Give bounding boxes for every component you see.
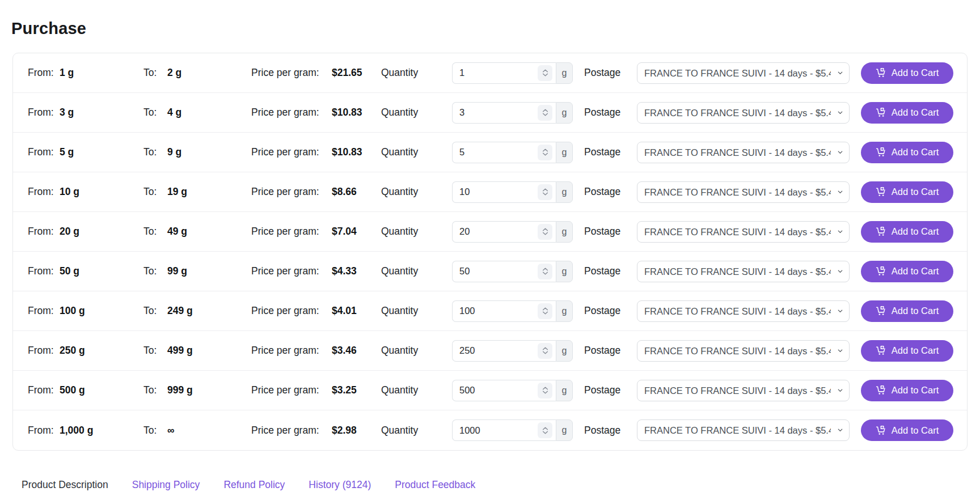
from-value: 1 g (60, 67, 143, 79)
quantity-stepper[interactable] (538, 145, 552, 160)
purchase-table: From: 1 g To: 2 g Price per gram: $21.65… (12, 53, 968, 451)
postage-select[interactable]: FRANCE TO FRANCE SUIVI - 14 days - $5.4 (637, 62, 850, 84)
from-label: From: (28, 425, 60, 436)
quantity-stepper[interactable] (538, 303, 552, 319)
from-label: From: (28, 265, 60, 277)
to-label: To: (143, 305, 167, 317)
postage-select-wrap: FRANCE TO FRANCE SUIVI - 14 days - $5.4 (637, 340, 850, 362)
tab-history-9124[interactable]: History (9124) (309, 479, 371, 491)
price-tier-row: From: 1 g To: 2 g Price per gram: $21.65… (13, 53, 967, 93)
postage-select[interactable]: FRANCE TO FRANCE SUIVI - 14 days - $5.4 (637, 181, 850, 203)
from-value: 500 g (60, 384, 143, 396)
tab-product-feedback[interactable]: Product Feedback (395, 479, 475, 491)
add-to-cart-label: Add to Cart (892, 186, 939, 197)
quantity-input-group: g (452, 261, 573, 282)
add-to-cart-button[interactable]: Add to Cart (861, 142, 953, 163)
quantity-stepper[interactable] (538, 383, 552, 399)
postage-label: Postage (584, 107, 637, 118)
to-label: To: (143, 186, 167, 198)
add-to-cart-button[interactable]: Add to Cart (861, 261, 953, 282)
postage-label: Postage (584, 425, 637, 436)
from-value: 100 g (60, 305, 143, 317)
postage-select[interactable]: FRANCE TO FRANCE SUIVI - 14 days - $5.4 (637, 380, 850, 401)
postage-select[interactable]: FRANCE TO FRANCE SUIVI - 14 days - $5.4 (637, 300, 850, 322)
gram-unit-addon: g (556, 62, 573, 84)
price-per-gram-label: Price per gram: (251, 305, 332, 317)
quantity-label: Quantity (381, 425, 452, 436)
cart-plus-icon (876, 266, 886, 277)
price-tier-row: From: 3 g To: 4 g Price per gram: $10.83… (13, 93, 967, 133)
cart-plus-icon (876, 425, 886, 436)
postage-select[interactable]: FRANCE TO FRANCE SUIVI - 14 days - $5.4 (637, 221, 850, 243)
chevron-down-icon (542, 73, 548, 77)
tab-refund-policy[interactable]: Refund Policy (223, 479, 285, 491)
from-label: From: (28, 107, 60, 118)
price-per-gram-label: Price per gram: (251, 226, 332, 238)
quantity-stepper[interactable] (538, 224, 552, 240)
add-to-cart-label: Add to Cart (892, 226, 939, 237)
postage-label: Postage (584, 226, 637, 238)
detail-tabs: Product Description Shipping Policy Refu… (22, 479, 980, 491)
price-tier-row: From: 500 g To: 999 g Price per gram: $3… (13, 371, 967, 410)
add-to-cart-button[interactable]: Add to Cart (861, 102, 953, 124)
chevron-up-icon (542, 69, 548, 73)
postage-select[interactable]: FRANCE TO FRANCE SUIVI - 14 days - $5.4 (637, 261, 850, 282)
to-value: 19 g (167, 186, 251, 198)
add-to-cart-label: Add to Cart (892, 107, 939, 118)
to-value: 99 g (167, 265, 251, 277)
to-label: To: (143, 146, 167, 158)
quantity-input-group: g (452, 340, 573, 362)
quantity-stepper[interactable] (538, 264, 552, 279)
to-label: To: (143, 425, 167, 436)
to-value: ∞ (167, 425, 251, 436)
add-to-cart-button[interactable]: Add to Cart (861, 419, 953, 441)
quantity-stepper[interactable] (538, 343, 552, 359)
price-per-gram-label: Price per gram: (251, 186, 332, 198)
to-label: To: (143, 67, 167, 79)
chevron-up-icon (542, 268, 548, 271)
price-tier-row: From: 1,000 g To: ∞ Price per gram: $2.9… (13, 410, 967, 450)
gram-unit-addon: g (556, 102, 573, 124)
price-tier-row: From: 100 g To: 249 g Price per gram: $4… (13, 291, 967, 331)
chevron-down-icon (542, 113, 548, 116)
quantity-stepper[interactable] (538, 184, 552, 200)
add-to-cart-label: Add to Cart (892, 306, 939, 316)
to-value: 2 g (167, 67, 251, 79)
add-to-cart-button[interactable]: Add to Cart (861, 221, 953, 243)
add-to-cart-button[interactable]: Add to Cart (861, 181, 953, 203)
chevron-down-icon (542, 431, 548, 434)
postage-select-wrap: FRANCE TO FRANCE SUIVI - 14 days - $5.4 (637, 380, 850, 401)
tab-shipping-policy[interactable]: Shipping Policy (132, 479, 200, 491)
chevron-up-icon (542, 387, 548, 390)
add-to-cart-button[interactable]: Add to Cart (861, 62, 953, 84)
postage-select[interactable]: FRANCE TO FRANCE SUIVI - 14 days - $5.4 (637, 340, 850, 362)
quantity-stepper[interactable] (538, 65, 552, 81)
quantity-label: Quantity (381, 226, 452, 238)
from-value: 20 g (60, 226, 143, 238)
postage-select[interactable]: FRANCE TO FRANCE SUIVI - 14 days - $5.4 (637, 419, 850, 441)
add-to-cart-label: Add to Cart (892, 266, 939, 277)
price-tier-row: From: 20 g To: 49 g Price per gram: $7.0… (13, 212, 967, 252)
add-to-cart-button[interactable]: Add to Cart (861, 380, 953, 401)
chevron-up-icon (542, 347, 548, 350)
add-to-cart-button[interactable]: Add to Cart (861, 300, 953, 322)
from-label: From: (28, 186, 60, 198)
quantity-input-group: g (452, 142, 573, 163)
quantity-stepper[interactable] (538, 105, 552, 121)
postage-select[interactable]: FRANCE TO FRANCE SUIVI - 14 days - $5.4 (637, 142, 850, 163)
postage-label: Postage (584, 384, 637, 396)
chevron-down-icon (542, 232, 548, 235)
to-value: 249 g (167, 305, 251, 317)
postage-select[interactable]: FRANCE TO FRANCE SUIVI - 14 days - $5.4 (637, 102, 850, 124)
quantity-stepper[interactable] (538, 422, 552, 438)
from-label: From: (28, 67, 60, 79)
postage-select-wrap: FRANCE TO FRANCE SUIVI - 14 days - $5.4 (637, 221, 850, 243)
chevron-up-icon (542, 427, 548, 430)
price-per-gram-value: $21.65 (332, 67, 381, 79)
price-per-gram-value: $10.83 (332, 146, 381, 158)
tab-product-description[interactable]: Product Description (22, 479, 108, 491)
add-to-cart-button[interactable]: Add to Cart (861, 340, 953, 362)
price-tier-row: From: 10 g To: 19 g Price per gram: $8.6… (13, 172, 967, 212)
postage-select-wrap: FRANCE TO FRANCE SUIVI - 14 days - $5.4 (637, 102, 850, 124)
postage-label: Postage (584, 345, 637, 357)
